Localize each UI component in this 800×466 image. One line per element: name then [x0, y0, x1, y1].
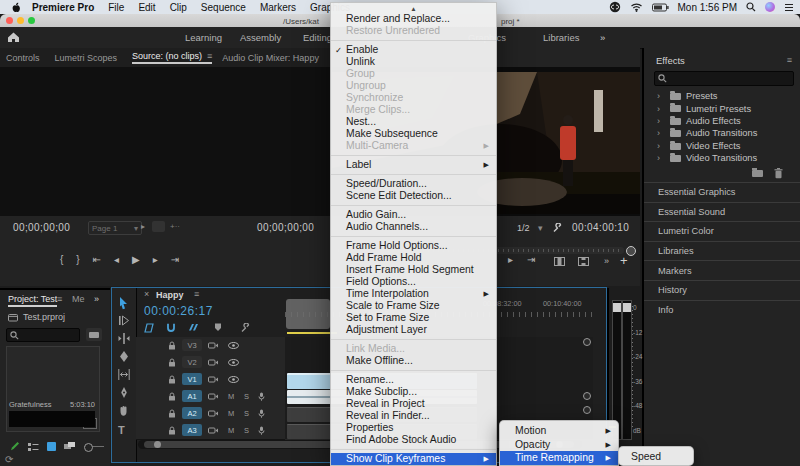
- project-file-row[interactable]: Test.prproj: [8, 312, 65, 322]
- effects-folder-row[interactable]: › Lumetri Presets: [644, 102, 800, 114]
- sync-lock-icon[interactable]: [208, 359, 218, 366]
- linked-selection-icon[interactable]: [188, 323, 199, 332]
- effects-folder-row[interactable]: › Presets: [644, 90, 800, 102]
- expand-chevron-icon[interactable]: ›: [657, 104, 660, 114]
- expand-chevron-icon[interactable]: ›: [657, 153, 660, 163]
- collapsed-panel-header[interactable]: Essential Graphics: [644, 182, 800, 202]
- audio-track-header[interactable]: A2 M S: [136, 405, 285, 423]
- close-window-button[interactable]: [6, 17, 13, 24]
- audio-track-header[interactable]: A1 M S: [136, 388, 285, 406]
- sync-lock-icon[interactable]: [208, 410, 218, 417]
- context-menu-item[interactable]: Time Interpolation ▶: [331, 288, 496, 300]
- panel-tab[interactable]: Controls: [6, 53, 45, 63]
- collapsed-panel-header[interactable]: Essential Sound: [644, 202, 800, 222]
- resolution-dropdown-arrow[interactable]: ▾: [538, 223, 543, 233]
- context-menu-item[interactable]: Set to Frame Size: [331, 312, 496, 324]
- button-editor-icon[interactable]: +··: [170, 222, 180, 231]
- sequence-tab-label[interactable]: Happy: [156, 290, 184, 300]
- track-resize-handle[interactable]: [583, 392, 591, 400]
- collapsed-panel-header[interactable]: Markers: [644, 260, 800, 280]
- context-menu-item[interactable]: Multi-Camera ▶: [331, 140, 496, 152]
- context-menu-item[interactable]: Rename...: [331, 374, 496, 386]
- project-search-box[interactable]: [6, 328, 80, 342]
- context-menu-item[interactable]: Merge Clips...: [331, 104, 496, 116]
- clip-thumbnail-card[interactable]: Gratefulness Me... 5:03:10: [6, 346, 100, 432]
- workspace-overflow-chevron[interactable]: »: [600, 32, 605, 43]
- transport-button[interactable]: {: [60, 254, 63, 265]
- delete-custom-item-icon[interactable]: [774, 168, 783, 179]
- app-name[interactable]: Premiere Pro: [32, 2, 94, 13]
- video-track-header[interactable]: V2: [136, 354, 285, 372]
- menubar-item[interactable]: Markers: [260, 2, 296, 13]
- mute-track-button[interactable]: M: [228, 392, 234, 401]
- effects-folder-row[interactable]: › Video Effects: [644, 140, 800, 152]
- effects-panel-title[interactable]: Effects: [656, 55, 685, 66]
- media-browser-tab[interactable]: Me: [72, 294, 85, 304]
- slip-tool[interactable]: [118, 369, 130, 382]
- effects-folder-row[interactable]: › Video Transitions: [644, 152, 800, 164]
- transport-button[interactable]: ⇥: [527, 254, 535, 265]
- submenu-item[interactable]: Time Remapping ▶: [500, 451, 618, 465]
- track-target-badge[interactable]: V1: [182, 373, 202, 385]
- effects-folder-row[interactable]: › Audio Effects: [644, 115, 800, 127]
- track-resize-handle[interactable]: [583, 406, 591, 414]
- track-lock-icon[interactable]: [168, 426, 176, 435]
- clip-filmstrip-scrub-area[interactable]: [9, 411, 95, 427]
- collapsed-panel-header[interactable]: Libraries: [644, 241, 800, 261]
- icon-view-button[interactable]: [47, 442, 56, 451]
- sync-lock-icon[interactable]: [208, 376, 218, 383]
- context-menu-item[interactable]: Synchronize: [331, 92, 496, 104]
- solo-track-button[interactable]: S: [244, 409, 249, 418]
- insert-as-nest-toggle[interactable]: [144, 323, 154, 333]
- context-menu-item[interactable]: Render and Replace...: [331, 13, 496, 25]
- context-menu-item[interactable]: Nest...: [331, 116, 496, 128]
- voiceover-record-mic-icon[interactable]: [258, 409, 265, 418]
- collapsed-panel-header[interactable]: Info: [644, 300, 800, 320]
- siri-icon[interactable]: [765, 2, 775, 12]
- context-menu-item[interactable]: Make Subclip...: [331, 386, 496, 398]
- lift-button[interactable]: [554, 257, 565, 266]
- context-menu-item[interactable]: Add Frame Hold: [331, 252, 496, 264]
- writable-pencil-icon[interactable]: [10, 441, 20, 451]
- expand-chevron-icon[interactable]: ›: [657, 128, 660, 138]
- menubar-item[interactable]: Clip: [170, 2, 187, 13]
- transport-button[interactable]: ◂: [114, 254, 119, 265]
- panel-tab[interactable]: Audio Clip Mixer: Happy: [222, 53, 324, 63]
- context-menu-item[interactable]: Audio Channels...: [331, 221, 496, 233]
- project-tabs-overflow-chevron[interactable]: »: [94, 294, 99, 304]
- track-target-badge[interactable]: A1: [182, 390, 202, 402]
- zoom-window-button[interactable]: [28, 17, 35, 24]
- menubar-item[interactable]: File: [108, 2, 124, 13]
- expand-chevron-icon[interactable]: ›: [657, 141, 660, 151]
- mini-play-icon[interactable]: ▸: [141, 222, 145, 231]
- context-menu-item[interactable]: Show Clip Keyframes ▶: [331, 453, 496, 465]
- track-lock-icon[interactable]: [168, 341, 176, 350]
- context-menu-item[interactable]: Ungroup: [331, 80, 496, 92]
- snap-magnet-icon[interactable]: [166, 323, 176, 333]
- transport-button[interactable]: ▸: [508, 254, 513, 265]
- project-panel-menu-icon[interactable]: ≡: [57, 294, 62, 304]
- razor-tool[interactable]: [118, 351, 130, 364]
- context-menu-item[interactable]: Make Subsequence: [331, 128, 496, 140]
- track-lock-icon[interactable]: [168, 409, 176, 418]
- search-bin-button[interactable]: [86, 328, 102, 341]
- context-menu-item[interactable]: Speed/Duration...: [331, 178, 496, 190]
- context-menu-item[interactable]: Properties: [331, 422, 496, 434]
- zoom-handle-left[interactable]: [154, 441, 161, 448]
- context-menu-item[interactable]: Group: [331, 68, 496, 80]
- solo-track-button[interactable]: S: [244, 426, 249, 435]
- new-custom-bin-icon[interactable]: [752, 170, 763, 177]
- video-track-header[interactable]: V1: [136, 371, 285, 389]
- context-menu-item[interactable]: Link Media...: [331, 343, 496, 355]
- program-add-button[interactable]: +: [620, 253, 628, 268]
- context-menu-item[interactable]: Unlink: [331, 56, 496, 68]
- transport-button[interactable]: }: [76, 254, 79, 265]
- context-menu-item[interactable]: Find Adobe Stock Audio: [331, 434, 496, 446]
- home-icon[interactable]: [7, 31, 20, 43]
- playback-resolution-select[interactable]: 1/2: [517, 223, 530, 233]
- context-menu-item[interactable]: Restore Unrendered: [331, 25, 496, 37]
- expand-chevron-icon[interactable]: ›: [657, 116, 660, 126]
- track-lock-icon[interactable]: [168, 392, 176, 401]
- context-menu-item[interactable]: Reveal in Finder...: [331, 410, 496, 422]
- context-menu-item[interactable]: Scale to Frame Size: [331, 300, 496, 312]
